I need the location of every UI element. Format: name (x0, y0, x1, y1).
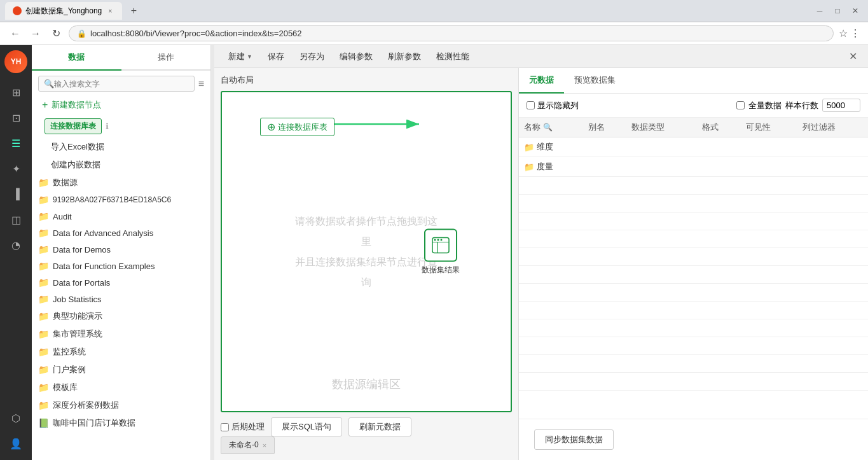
col-name: 名称 🔍 (519, 118, 583, 137)
connect-db-label: 连接数据库表 (278, 122, 327, 133)
table-row-empty (519, 230, 868, 248)
url-box[interactable]: 🔒 localhost:8080/bi/Viewer?proc=0&action… (69, 25, 834, 41)
refresh-params-btn[interactable]: 刷新参数 (382, 48, 427, 65)
tree-item-portal-case[interactable]: 📁 门户案例 (32, 361, 210, 379)
tree-item-template[interactable]: 📁 模板库 (32, 379, 210, 396)
panel-menu-icon[interactable]: ≡ (198, 78, 204, 90)
row-format (697, 157, 740, 177)
canvas-tab[interactable]: 未命名-0 × (221, 436, 275, 454)
table-row-empty (519, 373, 868, 391)
tree-item-label: Data for Portals (53, 278, 110, 288)
table-row-empty (519, 319, 868, 337)
bookmark-icon[interactable]: ☆ (839, 27, 848, 39)
tab-operations[interactable]: 操作 (121, 45, 211, 71)
right-tab-metadata[interactable]: 元数据 (519, 68, 564, 94)
sidebar-icon-clock[interactable]: ◔ (4, 233, 27, 256)
tree-item-data-demos[interactable]: 📁 Data for Demos (32, 241, 210, 258)
edit-params-btn[interactable]: 编辑参数 (333, 48, 379, 65)
full-data-checkbox[interactable] (736, 101, 745, 109)
dataset-result-node[interactable]: 数据集结果 (422, 228, 460, 275)
tab-close-btn[interactable]: × (106, 6, 114, 15)
canvas-workspace[interactable]: ⊕ 连接数据库表 请将数据或者操作节点拖拽到 (221, 91, 512, 412)
folder-icon: 📁 (38, 178, 49, 188)
show-hidden-checkbox[interactable] (527, 101, 535, 109)
right-tab-preview[interactable]: 预览数据集 (564, 68, 626, 94)
post-process-checkbox[interactable] (221, 423, 229, 431)
row-alias (583, 137, 626, 157)
tree-item-monitor[interactable]: 📁 监控系统 (32, 343, 210, 361)
search-input-wrap[interactable]: 🔍 (38, 76, 195, 92)
sidebar-icon-list[interactable]: ☰ (4, 132, 27, 155)
tree-item-id1[interactable]: 📁 9192BA8A027F6371B4ED18A5C6 (32, 192, 210, 208)
back-btn[interactable]: ← (8, 28, 23, 39)
close-btn[interactable]: ✕ (848, 3, 863, 18)
col-filter: 列过滤器 (797, 118, 868, 137)
save-btn[interactable]: 保存 (261, 48, 291, 65)
new-node-btn[interactable]: + 新建数据节点 (38, 97, 204, 113)
sidebar-icon-bar-chart[interactable]: ▐ (4, 183, 27, 206)
dataset-icon (424, 228, 457, 261)
folder-icon: 📁 (38, 244, 49, 254)
connect-db-table-btn[interactable]: 连接数据库表 (45, 118, 102, 134)
tree-item-coffee[interactable]: 📗 咖啡中国门店订单数据 (32, 414, 210, 432)
icon-sidebar: YH ⊞ ⊡ ☰ ✦ ▐ ◫ ◔ ⬡ 👤 (0, 45, 32, 460)
tab-favicon (13, 6, 22, 15)
refresh-meta-btn[interactable]: 刷新元数据 (348, 417, 411, 436)
folder-icon: 📁 (524, 143, 534, 152)
sidebar-icon-user[interactable]: 👤 (4, 432, 27, 455)
panel-close-btn[interactable]: ✕ (845, 49, 860, 64)
connect-db-canvas-btn[interactable]: ⊕ 连接数据库表 (260, 118, 334, 136)
save-as-btn[interactable]: 另存为 (293, 48, 331, 65)
col-alias: 别名 (583, 118, 626, 137)
col-format: 格式 (697, 118, 740, 137)
sidebar-icon-home[interactable]: ⊞ (4, 81, 27, 104)
tree-item-label: Audit (53, 212, 72, 221)
row-visible (741, 157, 798, 177)
search-input[interactable] (54, 80, 189, 88)
settings-icon[interactable]: ⋮ (850, 27, 860, 39)
tree-container: 📁 数据源 📁 9192BA8A027F6371B4ED18A5C6 📁 Aud… (32, 174, 210, 460)
detect-perf-btn[interactable]: 检测性能 (430, 48, 476, 65)
tree-item-datasource[interactable]: 📁 数据源 (32, 174, 210, 192)
tree-item-deep-analysis[interactable]: 📁 深度分析案例数据 (32, 396, 210, 414)
post-process-label: 后期处理 (231, 421, 265, 433)
show-sql-btn[interactable]: 展示SQL语句 (271, 417, 342, 436)
tree-item-data-function[interactable]: 📁 Data for Function Examples (32, 258, 210, 274)
new-tab-button[interactable]: + (126, 3, 141, 18)
name-search-icon[interactable]: 🔍 (543, 123, 553, 132)
window-controls: ─ □ ✕ (812, 3, 863, 18)
table-row[interactable]: 📁 维度 (519, 137, 868, 157)
reload-btn[interactable]: ↻ (48, 27, 64, 39)
sidebar-icon-star[interactable]: ✦ (4, 157, 27, 180)
info-icon[interactable]: ℹ (106, 122, 109, 131)
row-alias (583, 157, 626, 177)
tree-item-audit[interactable]: 📁 Audit (32, 208, 210, 225)
sidebar-icon-link[interactable]: ⊡ (4, 106, 27, 129)
svg-point-5 (437, 239, 439, 240)
minimize-btn[interactable]: ─ (812, 3, 827, 18)
data-panel: 数据 操作 🔍 ≡ + 新建数据节点 连接数据库表 ℹ 导入Excel数据 创建… (32, 45, 211, 460)
browser-tab[interactable]: 创建数据集_Yonghong × (5, 2, 122, 20)
main-content: 新建 ▼ 保存 另存为 编辑参数 刷新参数 检测性能 ✕ 自动布局 ⊕ 连接数据 (214, 45, 868, 460)
folder-icon: 📁 (38, 400, 49, 410)
folder-icon: 📁 (38, 382, 49, 393)
sidebar-icon-monitor[interactable]: ◫ (4, 208, 27, 231)
tree-item-data-portals[interactable]: 📁 Data for Portals (32, 274, 210, 291)
sample-rows-input[interactable] (822, 99, 860, 112)
restore-btn[interactable]: □ (830, 3, 845, 18)
tree-item-typical[interactable]: 📁 典型功能演示 (32, 307, 210, 325)
folder-icon-green: 📗 (38, 418, 49, 428)
tab-data[interactable]: 数据 (32, 45, 121, 71)
sync-dataset-btn[interactable]: 同步数据集数据 (534, 429, 614, 450)
tree-item-market[interactable]: 📁 集市管理系统 (32, 325, 210, 343)
tree-item-data-advanced[interactable]: 📁 Data for Advanced Analysis (32, 225, 210, 241)
tree-item-job-stats[interactable]: 📁 Job Statistics (32, 291, 210, 307)
table-row[interactable]: 📁 度量 (519, 157, 868, 177)
right-panel: 元数据 预览数据集 显示隐藏列 全量数据 样本行数 (518, 68, 868, 460)
new-menu-btn[interactable]: 新建 ▼ (222, 48, 259, 65)
forward-btn[interactable]: → (28, 28, 43, 39)
create-embedded-item[interactable]: 创建内嵌数据 (32, 156, 210, 174)
sidebar-icon-shield[interactable]: ⬡ (4, 407, 27, 429)
tab-close-icon[interactable]: × (263, 442, 266, 449)
import-excel-item[interactable]: 导入Excel数据 (32, 138, 210, 156)
